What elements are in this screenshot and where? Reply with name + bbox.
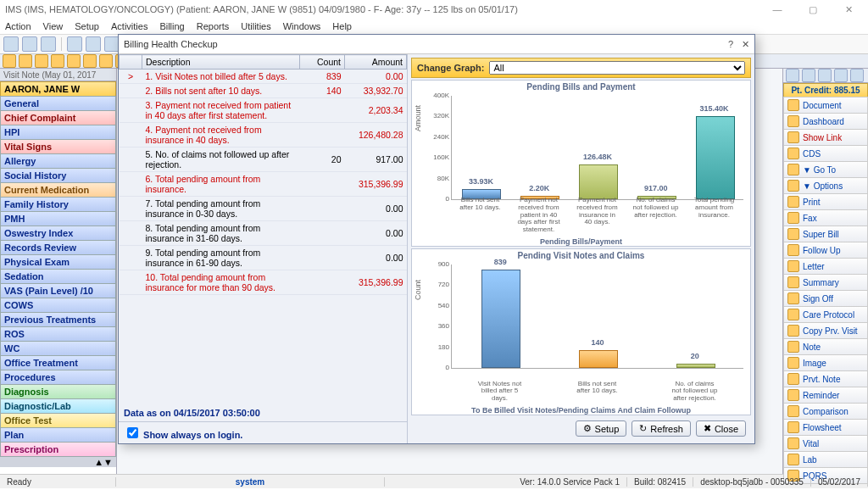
nav-item[interactable]: Diagnosis [0, 384, 116, 399]
right-item[interactable]: Summary [783, 274, 868, 291]
nav-item[interactable]: Vital Signs [0, 139, 116, 154]
table-row[interactable]: >1. Visit Notes not billed after 5 days.… [120, 70, 407, 84]
toolbar-icon[interactable] [83, 54, 97, 68]
close-button[interactable]: ✕ [834, 4, 863, 15]
sidebar-tab[interactable]: Visit Note (May 01, 2017 [0, 69, 116, 81]
right-item[interactable]: Care Protocol [783, 306, 868, 323]
menu-help[interactable]: Help [332, 21, 352, 31]
nav-item[interactable]: General [0, 96, 116, 111]
nav-item[interactable]: Family History [0, 197, 116, 212]
form-item[interactable]: Four Corners Spine New [3, 472, 113, 474]
toolbar-icon[interactable] [51, 54, 64, 68]
menu-windows[interactable]: Windows [283, 21, 321, 31]
toolbar-icon[interactable] [86, 36, 101, 52]
right-item[interactable]: Super Bill [783, 226, 868, 242]
nav-item[interactable]: HPI [0, 125, 116, 140]
table-row[interactable]: 3. Payment not received from patient in … [120, 98, 407, 123]
right-item[interactable]: Prvt. Note [783, 370, 868, 387]
toolbar-icon[interactable] [802, 69, 815, 82]
nav-item[interactable]: Records Review [0, 240, 116, 255]
menu-activities[interactable]: Activities [111, 21, 147, 31]
menu-reports[interactable]: Reports [197, 21, 230, 31]
right-item[interactable]: Show Link [783, 129, 868, 146]
nav-item[interactable]: Sedation [0, 269, 116, 284]
right-item[interactable]: Note [783, 338, 868, 355]
toolbar-icon[interactable] [19, 54, 32, 68]
toolbar-icon[interactable] [67, 54, 81, 68]
toolbar-icon[interactable] [850, 69, 864, 82]
right-item[interactable]: Document [783, 97, 868, 114]
toolbar-icon[interactable] [67, 36, 82, 52]
table-row[interactable]: 8. Total pending amount from insurance i… [120, 221, 407, 246]
table-row[interactable]: 9. Total pending amount from insurance i… [120, 246, 407, 270]
nav-item[interactable]: PMH [0, 211, 116, 226]
toolbar-icon[interactable] [22, 36, 37, 52]
toolbar-icon[interactable] [3, 54, 16, 68]
right-item[interactable]: Vital [783, 435, 868, 452]
table-row[interactable]: 2. Bills not sent after 10 days.14033,93… [120, 84, 407, 98]
toolbar-icon[interactable] [818, 69, 832, 82]
refresh-button[interactable]: ↻ Refresh [632, 420, 691, 437]
table-row[interactable]: 4. Payment not received from insurance i… [120, 123, 407, 148]
table-row[interactable]: 5. No. of claims not followed up after r… [120, 148, 407, 172]
collapse-handle[interactable]: ▲▼ [0, 457, 116, 467]
col-amount[interactable]: Amount [345, 55, 407, 70]
table-row[interactable]: 7. Total pending amount from insurance i… [120, 197, 407, 221]
right-item[interactable]: Follow Up [783, 242, 868, 259]
nav-item[interactable]: Prescription [0, 442, 116, 457]
menu-action[interactable]: Action [5, 21, 31, 31]
nav-item[interactable]: Diagnostic/Lab [0, 398, 116, 414]
nav-item[interactable]: Procedures [0, 370, 116, 385]
table-row[interactable]: 6. Total pending amount from insurance.3… [120, 172, 407, 197]
toolbar-icon[interactable] [786, 69, 799, 82]
close-button[interactable]: ✖ Close [696, 420, 746, 437]
nav-item[interactable]: ROS [0, 326, 116, 342]
right-item[interactable]: Copy Prv. Visit [783, 322, 868, 339]
right-item[interactable]: Letter [783, 258, 868, 275]
nav-item[interactable]: COWS [0, 298, 116, 313]
nav-item[interactable]: Oswestry Index [0, 226, 116, 241]
right-item[interactable]: Flowsheet [783, 419, 868, 436]
minimize-button[interactable]: — [763, 4, 792, 15]
nav-item[interactable]: Current Medication [0, 182, 116, 198]
toolbar-icon[interactable] [834, 69, 848, 82]
dialog-help-icon[interactable]: ? [728, 39, 733, 50]
dialog-close-icon[interactable]: ✕ [742, 39, 749, 50]
right-item[interactable]: Lab [783, 451, 868, 468]
right-item[interactable]: Fax [783, 209, 868, 226]
change-graph-select[interactable]: All [489, 61, 745, 75]
right-item[interactable]: Comparison [783, 403, 868, 420]
nav-item[interactable]: VAS (Pain Level) /10 [0, 283, 116, 298]
table-row[interactable]: 10. Total pending amount from insurance … [120, 270, 407, 295]
right-item[interactable]: ▼ Options [783, 177, 868, 194]
nav-item[interactable]: Social History [0, 168, 116, 183]
menu-utilities[interactable]: Utilities [241, 21, 270, 31]
right-item[interactable]: Image [783, 354, 868, 371]
setup-button[interactable]: ⚙ Setup [576, 420, 627, 437]
menu-view[interactable]: View [43, 21, 64, 31]
nav-item[interactable]: Office Treatment [0, 355, 116, 370]
right-item[interactable]: Print [783, 193, 868, 210]
nav-item[interactable]: Chief Complaint [0, 110, 116, 125]
col-count[interactable]: Count [300, 55, 345, 70]
nav-item[interactable]: Office Test [0, 413, 116, 428]
nav-item[interactable]: Physical Exam [0, 254, 116, 270]
right-item[interactable]: Reminder [783, 387, 868, 404]
nav-item[interactable]: Plan [0, 427, 116, 443]
nav-item[interactable]: Previous Treatments [0, 312, 116, 327]
toolbar-icon[interactable] [3, 36, 19, 52]
right-item[interactable]: CDS [783, 145, 868, 162]
toolbar-icon[interactable] [41, 36, 56, 52]
menu-setup[interactable]: Setup [75, 21, 99, 31]
show-always-checkbox[interactable] [127, 427, 138, 438]
toolbar-icon[interactable] [99, 54, 113, 68]
right-item[interactable]: ▼ Go To [783, 161, 868, 178]
right-item[interactable]: Sign Off [783, 290, 868, 307]
menu-billing[interactable]: Billing [159, 21, 184, 31]
toolbar-icon[interactable] [35, 54, 48, 68]
nav-item[interactable]: WC [0, 341, 116, 356]
col-description[interactable]: Description [142, 55, 300, 70]
maximize-button[interactable]: ▢ [798, 4, 827, 15]
right-item[interactable]: Dashboard [783, 113, 868, 130]
nav-item[interactable]: Allergy [0, 153, 116, 169]
